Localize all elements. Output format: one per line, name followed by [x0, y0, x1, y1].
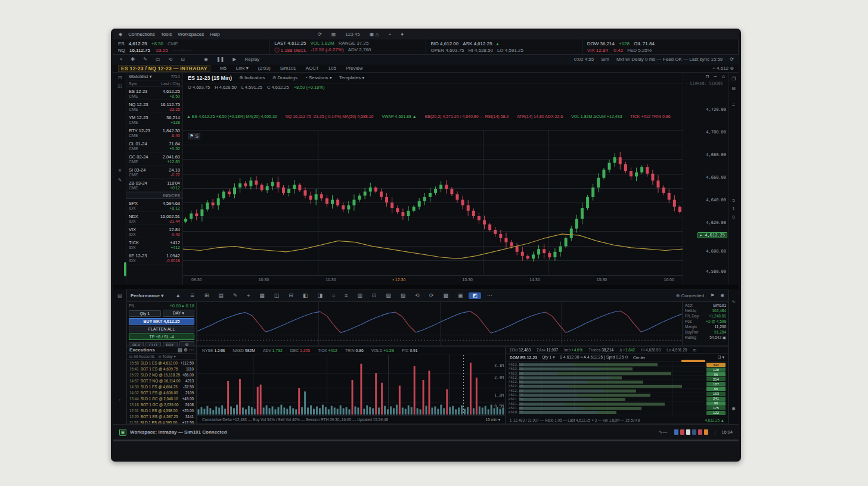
watchlist-row[interactable]: VIX12.84 IDX-0.42 [126, 225, 182, 238]
workspace-tab[interactable]: Sim101 [280, 66, 296, 71]
draw-tool-icon[interactable]: ⌖ [118, 57, 125, 63]
log-title[interactable]: Executions [129, 347, 155, 353]
titlebar-icon[interactable]: ≡ [387, 32, 393, 37]
execution-row[interactable]: 15:41BOT 1 ES @ 4,609.751110 [127, 366, 196, 372]
ladder-cell[interactable]: 128 [706, 367, 726, 372]
menu-item[interactable]: Help [207, 32, 222, 37]
secondary-tool-icon[interactable]: ◨ [314, 292, 326, 299]
chart-symbol-label[interactable]: ES 12-23 (15 Min) [188, 75, 232, 81]
bracket-button[interactable]: TP +8 / SL -4 [129, 334, 194, 340]
secondary-tool-icon[interactable]: ◧ [299, 292, 312, 299]
titlebar-icon[interactable]: 123 45 [343, 32, 361, 37]
log-filter-left[interactable]: ⊡ All Accounts [129, 354, 154, 359]
watchlist-row[interactable]: NQ 12-2316,112.75 CME-23.25 [126, 100, 182, 113]
tif-button[interactable]: DAY ▾ [163, 310, 195, 317]
secondary-tool-icon[interactable]: ▲ [172, 292, 184, 299]
depth-row[interactable]: 4611.00 [509, 406, 705, 410]
ladder-cell[interactable]: 241 [706, 397, 726, 401]
ladder-cell[interactable]: 98 [706, 401, 726, 406]
ladder-cell[interactable]: 187 [706, 382, 726, 386]
draw-tool-icon[interactable]: ✚ [129, 57, 137, 63]
equity-curve-canvas[interactable] [197, 302, 682, 345]
secondary-tool-icon[interactable]: ▤ [215, 292, 227, 299]
execution-row[interactable]: 11:52SLD 1 ES @ 4,595.00+12.50 [127, 419, 196, 424]
ladder-cell[interactable]: 214 [706, 377, 726, 381]
depth-row[interactable]: 4612.50 [509, 380, 705, 384]
replay-control-icon[interactable]: Replay [243, 57, 261, 62]
secondary-tool-icon[interactable]: ▩ [439, 292, 452, 299]
replay-control-icon[interactable]: ▶ [231, 57, 238, 62]
secondary-tool-icon[interactable]: ◫ [271, 292, 283, 299]
execution-row[interactable]: 14:30SLD 1 ES @ 4,604.25-37.50 [127, 384, 196, 390]
price-axis-icons[interactable]: ⊓ — ⌂ [706, 74, 726, 79]
watchlist-row[interactable]: NDX16,002.51 IDX-21.44 [126, 212, 182, 225]
secondary-tool-icon[interactable]: ⋯ [483, 292, 496, 299]
replay-control-icon[interactable]: ◉ [202, 57, 210, 62]
dom-center-button[interactable]: Center [633, 356, 645, 360]
execution-row[interactable]: 13:44SLD 1 GC @ 2,040.10+49.00 [127, 395, 196, 401]
execution-row[interactable]: 14:02BOT 1 ES @ 4,606.002109 [127, 390, 196, 395]
candlestick-plot-area[interactable]: ⚑ S [183, 130, 683, 274]
rail-panel-icon[interactable]: ≡ [728, 102, 739, 108]
draw-tool-icon[interactable]: ⟲ [166, 57, 174, 63]
chart-header-button[interactable]: Templates ▾ [339, 75, 365, 80]
log-filter-right[interactable]: ⊙ Today ▾ [158, 354, 176, 359]
watchlist-title[interactable]: Watchlist ▾ [129, 74, 151, 79]
workspace-tab[interactable]: 105 [328, 66, 336, 71]
execution-row[interactable]: 15:22SLD 2 NQ @ 16,118.25+86.00 [127, 372, 196, 378]
depth-row[interactable]: 4612.00 [509, 389, 705, 393]
watchlist-row[interactable]: YM 12-2336,214 CME+128 [126, 113, 182, 126]
titlebar-icon[interactable]: ▦ [330, 32, 338, 37]
rail-panel-icon[interactable]: ✱ [728, 406, 739, 412]
rail-tool-icon[interactable]: ◫ [113, 83, 126, 89]
depth-row[interactable]: 4613.00 [509, 372, 705, 376]
watchlist-row[interactable]: 6E 12-231.0942 IDX-0.0018 [126, 251, 182, 264]
rail-tool-icon[interactable]: ▤ [113, 293, 126, 298]
rail-tool-icon[interactable]: ⊡ [113, 75, 126, 80]
execution-row[interactable]: 14:57BOT 2 NQ @ 16,114.004213 [127, 378, 196, 384]
watchlist-row[interactable]: ES 12-234,612.25 CME+8.50 [126, 87, 182, 100]
rail-panel-icon[interactable]: 0 [728, 214, 739, 220]
titlebar-icon[interactable]: ● [399, 32, 405, 37]
rail-panel-icon[interactable]: 5 [728, 198, 739, 203]
ladder-cell[interactable]: 122 [706, 411, 726, 415]
ladder-cell[interactable]: 175 [706, 406, 726, 410]
depth-row[interactable]: 4613.50 [509, 363, 705, 367]
volume-interval-select[interactable]: 15 min ▾ [485, 418, 500, 422]
execution-row[interactable]: 12:51SLD 1 ES @ 4,598.50+25.00 [127, 407, 196, 413]
dom-mode-button[interactable]: ⊟ ▾ [718, 355, 724, 360]
watchlist-row[interactable]: RTY 12-231,842.30 CME-6.40 [126, 126, 182, 139]
watchlist-row[interactable]: TICK+412 IDX+412 [126, 238, 182, 251]
rail-tool-icon[interactable]: ◦ [113, 397, 126, 403]
ladder-cell[interactable]: 153 [706, 392, 726, 396]
rail-panel-icon[interactable]: ❐ [728, 76, 739, 82]
secondary-tool-icon[interactable]: ≣ [187, 292, 199, 299]
depth-row[interactable]: 4612.75 [509, 376, 705, 380]
secondary-tool-icon[interactable]: ▧ [382, 292, 395, 299]
buy-market-button[interactable]: BUY MKT 4,612.25 [129, 318, 194, 325]
draw-tool-icon[interactable]: ✎ [141, 57, 149, 63]
depth-row[interactable]: 4611.25 [509, 402, 705, 406]
watchlist-row[interactable]: SPX4,594.63 IDX+8.12 [126, 199, 182, 212]
secondary-tool-icon[interactable]: ⊡ [368, 292, 380, 299]
menu-item[interactable]: Connections [125, 32, 157, 37]
watchlist-row[interactable]: SI 03-2424.18 CME-0.22 [126, 166, 182, 179]
rail-panel-icon[interactable]: 1 [728, 206, 739, 211]
price-axis[interactable]: ⊓ — ⌂ ◦ Linked: Sim101 4,720.004,700.004… [683, 73, 728, 285]
secondary-toolbar-status[interactable]: ✱ [720, 293, 724, 298]
secondary-toolbar-title[interactable]: Performance ▾ [131, 293, 163, 298]
watchlist-row[interactable]: CL 01-2471.84 CME+0.52 [126, 139, 182, 152]
depth-row[interactable]: 4610.75 [509, 410, 705, 415]
tabrow-right-label[interactable]: + 4,612 ⊕ [712, 66, 734, 71]
chart-session-flag[interactable]: ⚑ S [188, 133, 200, 139]
workspace-tab[interactable]: ACCT [306, 66, 319, 71]
draw-tool-icon[interactable]: ▭ [154, 57, 162, 63]
secondary-tool-icon[interactable]: ✎ [230, 292, 241, 299]
workspace-tab[interactable]: Link ▾ [236, 66, 249, 71]
depth-heatmap[interactable]: 4613.504613.254613.004612.754612.504612.… [509, 363, 705, 415]
secondary-tool-icon[interactable]: ▥ [354, 292, 366, 299]
secondary-tool-icon[interactable]: ▣ [454, 292, 467, 299]
qty-button[interactable]: Qty 1 [129, 310, 161, 317]
depth-row[interactable]: 4613.25 [509, 367, 705, 371]
rail-tool-icon[interactable]: ✎ [113, 177, 126, 183]
